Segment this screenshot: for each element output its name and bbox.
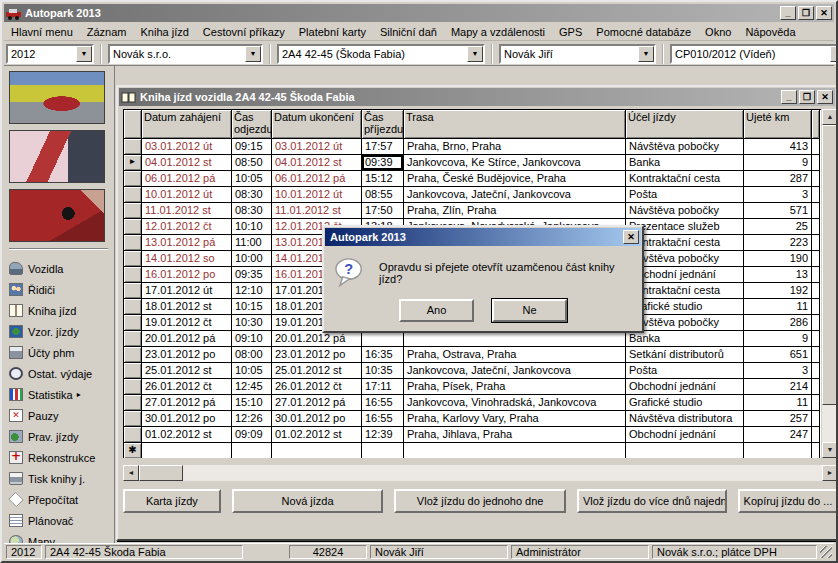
row-selector[interactable] — [124, 171, 142, 187]
km-cell[interactable]: 9 — [744, 331, 812, 347]
route-cell[interactable]: Jankovcova, Vinohradská, Jankovcova — [404, 395, 626, 411]
arrival-time-cell[interactable]: 16:55 — [362, 411, 404, 427]
chevron-down-icon[interactable]: ▼ — [245, 46, 261, 62]
row-selector[interactable] — [124, 139, 142, 155]
sidebar-item[interactable]: Vozidla — [9, 258, 110, 279]
route-cell[interactable]: Jankovcova, Jateční, Jankovcova — [404, 187, 626, 203]
row-selector[interactable] — [124, 411, 142, 427]
departure-time-cell[interactable]: 09:35 — [232, 267, 272, 283]
route-cell[interactable]: Praha, Písek, Praha — [404, 379, 626, 395]
sidebar-item[interactable]: Tisk knihy j. — [9, 468, 110, 489]
end-date-cell[interactable]: 26.01.2012 čt — [272, 379, 362, 395]
end-date-cell[interactable]: 30.01.2012 po — [272, 411, 362, 427]
route-cell[interactable]: Praha, Karlovy Vary, Praha — [404, 411, 626, 427]
row-selector[interactable] — [124, 203, 142, 219]
maximize-icon[interactable]: ❐ — [798, 6, 814, 20]
sidebar-item[interactable]: Prav. jízdy — [9, 426, 110, 447]
start-date-cell[interactable]: 17.01.2012 út — [142, 283, 232, 299]
departure-time-cell[interactable]: 08:30 — [232, 187, 272, 203]
year-combo[interactable]: 2012 ▼ — [6, 44, 94, 64]
row-selector[interactable]: ► — [124, 155, 142, 171]
start-date-cell[interactable] — [142, 443, 232, 458]
end-date-cell[interactable] — [272, 443, 362, 458]
row-selector[interactable] — [124, 219, 142, 235]
sidebar-item[interactable]: Plánovač — [9, 510, 110, 531]
end-date-cell[interactable]: 11.01.2012 st — [272, 203, 362, 219]
purpose-cell[interactable]: Grafické studio — [626, 395, 744, 411]
departure-time-cell[interactable]: 11:00 — [232, 235, 272, 251]
end-date-cell[interactable]: 27.01.2012 pá — [272, 395, 362, 411]
km-cell[interactable]: 287 — [744, 171, 812, 187]
sidebar-item[interactable]: Přepočítat — [9, 489, 110, 510]
menu-item[interactable]: Pomocné databáze — [589, 24, 698, 40]
start-date-cell[interactable]: 03.01.2012 út — [142, 139, 232, 155]
purpose-cell[interactable]: Pošta — [626, 363, 744, 379]
vehicle-combo[interactable]: 2A4 42-45 (Škoda Fabia) ▼ — [277, 44, 485, 64]
column-header[interactable] — [812, 110, 820, 139]
vertical-scrollbar[interactable]: ▲ ▼ — [822, 109, 838, 458]
column-header[interactable]: Čas příjezdu — [362, 110, 404, 139]
departure-time-cell[interactable]: 10:00 — [232, 251, 272, 267]
column-header[interactable]: Čas odjezdu — [232, 110, 272, 139]
row-selector[interactable] — [124, 235, 142, 251]
scroll-left-icon[interactable]: ◄ — [123, 465, 139, 481]
km-cell[interactable] — [744, 443, 812, 458]
row-selector[interactable] — [124, 347, 142, 363]
vertical-scroll-thumb[interactable] — [822, 125, 838, 405]
purpose-cell[interactable]: Obchodní jednání — [626, 427, 744, 443]
departure-time-cell[interactable]: 09:15 — [232, 139, 272, 155]
sidebar-item[interactable]: Řidiči — [9, 279, 110, 300]
menu-item[interactable]: Záznam — [80, 24, 134, 40]
km-cell[interactable]: 190 — [744, 251, 812, 267]
row-selector[interactable] — [124, 363, 142, 379]
route-cell[interactable] — [404, 331, 626, 347]
departure-time-cell[interactable]: 10:10 — [232, 219, 272, 235]
start-date-cell[interactable]: 04.01.2012 st — [142, 155, 232, 171]
km-cell[interactable]: 413 — [744, 139, 812, 155]
column-header[interactable]: Datum zahájení — [142, 110, 232, 139]
horizontal-scroll-thumb[interactable] — [139, 465, 183, 481]
purpose-cell[interactable]: Banka — [626, 155, 744, 171]
row-selector[interactable] — [124, 379, 142, 395]
start-date-cell[interactable]: 06.01.2012 pá — [142, 171, 232, 187]
company-combo[interactable]: Novák s.r.o. ▼ — [108, 44, 263, 64]
maximize-icon[interactable]: ❐ — [799, 90, 815, 104]
logbook-titlebar[interactable]: Kniha jízd vozidla 2A4 42-45 Škoda Fabia… — [119, 88, 835, 106]
purpose-cell[interactable]: Návštěva distributora — [626, 411, 744, 427]
column-header[interactable]: Trasa — [404, 110, 626, 139]
no-button[interactable]: Ne — [492, 299, 567, 322]
start-date-cell[interactable]: 27.01.2012 pá — [142, 395, 232, 411]
arrival-time-cell[interactable]: 17:57 — [362, 139, 404, 155]
close-icon[interactable]: ✕ — [623, 230, 639, 244]
end-date-cell[interactable]: 03.01.2012 út — [272, 139, 362, 155]
start-date-cell[interactable]: 13.01.2012 pá — [142, 235, 232, 251]
menu-item[interactable]: GPS — [552, 24, 589, 40]
departure-time-cell[interactable]: 08:50 — [232, 155, 272, 171]
arrival-time-cell[interactable]: 16:55 — [362, 395, 404, 411]
purpose-cell[interactable]: Návštěva pobočky — [626, 203, 744, 219]
menu-item[interactable]: Kniha jízd — [134, 24, 196, 40]
route-cell[interactable]: Praha, Brno, Praha — [404, 139, 626, 155]
column-header[interactable]: Účel jízdy — [626, 110, 744, 139]
scroll-right-icon[interactable]: ► — [822, 465, 838, 481]
route-cell[interactable]: Jankovcova, Jateční, Jankovcova — [404, 363, 626, 379]
close-icon[interactable]: ✕ — [816, 6, 832, 20]
sidebar-item[interactable]: Vzor. jízdy — [9, 321, 110, 342]
end-date-cell[interactable]: 06.01.2012 pá — [272, 171, 362, 187]
start-date-cell[interactable]: 16.01.2012 po — [142, 267, 232, 283]
arrival-time-cell[interactable]: 17:11 — [362, 379, 404, 395]
route-cell[interactable]: Praha, Ostrava, Praha — [404, 347, 626, 363]
start-date-cell[interactable]: 01.02.2012 st — [142, 427, 232, 443]
minimize-icon[interactable]: _ — [781, 90, 797, 104]
arrival-time-cell[interactable]: 08:55 — [362, 187, 404, 203]
sidebar-item[interactable]: Účty phm — [9, 342, 110, 363]
row-selector[interactable] — [124, 331, 142, 347]
column-header[interactable]: Datum ukončení — [272, 110, 362, 139]
start-date-cell[interactable]: 11.01.2012 st — [142, 203, 232, 219]
arrival-time-cell[interactable]: 16:35 — [362, 347, 404, 363]
start-date-cell[interactable]: 25.01.2012 st — [142, 363, 232, 379]
purpose-cell[interactable] — [626, 443, 744, 458]
driver-combo[interactable]: Novák Jiří ▼ — [499, 44, 656, 64]
purpose-cell[interactable]: Kontraktační cesta — [626, 171, 744, 187]
start-date-cell[interactable]: 19.01.2012 čt — [142, 315, 232, 331]
